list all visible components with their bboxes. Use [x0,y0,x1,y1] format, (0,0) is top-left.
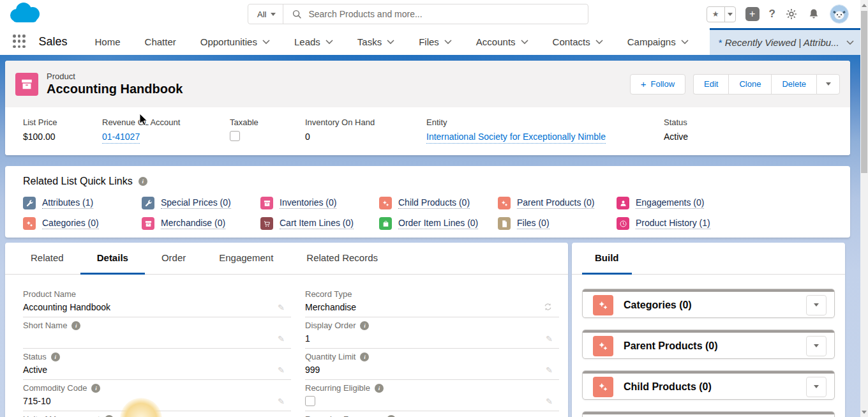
field-record-type: Record Type Merchandise [305,286,559,317]
chevron-down-icon [444,40,452,44]
vertical-scrollbar[interactable] [860,0,868,417]
favorite-star-icon[interactable]: ★ [707,7,724,22]
edit-pencil-icon[interactable]: ✎ [278,397,285,406]
info-icon[interactable]: i [387,415,396,417]
info-icon[interactable]: i [71,321,80,330]
nav-item-leads[interactable]: Leads [282,28,345,55]
quick-link-order-item-lines[interactable]: Order Item Lines (0) [379,217,498,230]
nav-items: Home Chatter Opportunities Leads Tasks F… [83,28,701,55]
recurring-eligible-checkbox[interactable] [305,396,315,406]
tab-related-records[interactable]: Related Records [290,243,394,275]
quick-links-title: Related List Quick Links [23,176,133,187]
quick-link-files[interactable]: Files (0) [498,217,617,230]
tab-build[interactable]: Build [582,243,632,275]
quick-link-categories[interactable]: Categories (0) [23,217,142,230]
quick-link-inventories[interactable]: Inventories (0) [260,197,379,209]
nav-item-home[interactable]: Home [83,28,133,55]
quick-links-grid: Attributes (1) Special Prices (0) Invent… [23,197,850,230]
info-icon[interactable]: i [360,353,369,361]
tab-chevron-down-icon[interactable] [846,40,854,45]
edit-pencil-icon[interactable]: ✎ [278,365,285,375]
notifications-bell-icon[interactable] [807,8,820,20]
categories-menu-button[interactable] [806,295,827,315]
highlight-inventory-on-hand: Inventory On Hand 0 [305,107,426,155]
edit-pencil-icon[interactable]: ✎ [278,303,285,312]
search-placeholder[interactable]: Search Products and more... [308,9,422,19]
entity-link[interactable]: International Society for Exceptionally … [426,132,606,144]
info-icon[interactable]: i [51,353,60,361]
tab-order[interactable]: Order [145,243,202,275]
wrench-icon [23,197,36,209]
setup-gear-icon[interactable] [785,8,798,20]
chevron-down-icon [521,40,528,44]
quick-link-engagements[interactable]: Engagements (0) [617,197,735,209]
search-scope-selector[interactable]: All [248,4,283,24]
scroll-down-arrow-icon[interactable] [862,411,867,414]
record-actions: +Follow Edit Clone Delete [630,74,840,95]
field-recurring-frequency: Recurring Frequencyi [305,411,559,417]
info-icon[interactable]: i [138,177,147,186]
quick-link-cart-item-lines[interactable]: Cart Item Lines (0) [260,217,379,230]
quick-link-product-history[interactable]: Product History (1) [617,217,735,230]
revenue-gl-account-link[interactable]: 01-41027 [102,132,140,144]
parent-products-menu-button[interactable] [806,336,827,356]
tab-engagement[interactable]: Engagement [202,243,290,275]
help-icon[interactable]: ? [769,8,775,20]
global-search[interactable]: All Search Products and more... [248,4,588,24]
wrench-icon [142,197,154,209]
accordion-partial [582,411,835,417]
quick-link-parent-products[interactable]: Parent Products (0) [498,197,617,209]
chevron-down-icon [681,40,689,44]
nav-item-files[interactable]: Files [407,28,464,55]
tab-details[interactable]: Details [80,243,145,275]
quick-link-special-prices[interactable]: Special Prices (0) [142,197,260,209]
edit-pencil-icon[interactable]: ✎ [278,334,285,344]
edit-pencil-icon[interactable]: ✎ [546,397,553,406]
nav-item-chatter[interactable]: Chatter [133,28,188,55]
info-icon[interactable]: i [91,384,100,393]
child-products-menu-button[interactable] [806,377,827,397]
quick-link-attributes[interactable]: Attributes (1) [23,197,142,209]
scroll-up-arrow-icon[interactable] [862,4,867,7]
highlight-list-price: List Price $100.00 [23,107,102,155]
change-record-type-icon[interactable] [543,302,553,312]
more-actions-button[interactable] [816,74,840,95]
tab-related[interactable]: Related [14,243,80,275]
info-icon[interactable]: i [360,321,369,330]
nav-item-campaigns[interactable]: Campaigns [615,28,701,55]
delete-button[interactable]: Delete [771,74,816,95]
edit-pencil-icon[interactable]: ✎ [546,365,553,375]
user-avatar[interactable] [830,4,849,24]
related-list-quick-links-card: Related List Quick Links i Attributes (1… [5,166,850,238]
edit-button[interactable]: Edit [693,74,728,95]
favorites-button-group: ★ [707,6,736,22]
edit-pencil-icon[interactable]: ✎ [546,334,553,344]
field-commodity-code: Commodity Codei 715-10 ✎ [23,380,291,411]
taxable-checkbox[interactable] [230,131,240,141]
scrollbar-thumb[interactable] [861,11,867,173]
active-record-tab[interactable]: * Recently Viewed | Attribu... × [710,28,868,55]
field-display-order: Display Orderi 1 ✎ [305,317,559,349]
favorites-chevron-icon[interactable] [724,7,735,22]
follow-button[interactable]: +Follow [630,74,685,95]
salesforce-logo-icon[interactable] [6,1,43,29]
quick-link-child-products[interactable]: Child Products (0) [379,197,498,209]
highlight-taxable: Taxable [230,107,305,155]
global-actions-icon[interactable]: + [745,7,760,21]
app-name[interactable]: Sales [39,35,68,49]
detail-form: Product Name Accounting Handbook ✎ Short… [5,275,568,417]
global-header: All Search Products and more... ★ + ? [0,0,868,28]
nav-item-tasks[interactable]: Tasks [345,28,407,55]
quick-link-merchandise[interactable]: Merchandise (0) [142,217,260,230]
nav-item-opportunities[interactable]: Opportunities [188,28,282,55]
app-launcher-icon[interactable] [13,34,26,49]
header-actions: ★ + ? [707,0,849,28]
clone-button[interactable]: Clone [728,74,771,95]
record-entity-label: Product [47,72,183,81]
nav-item-accounts[interactable]: Accounts [464,28,541,55]
info-icon[interactable]: i [105,415,114,417]
info-icon[interactable]: i [375,384,384,393]
nav-item-contacts[interactable]: Contacts [541,28,615,55]
build-panel-card: Build Categories (0) Parent Products (0) [572,243,845,417]
plus-icon: + [641,79,647,89]
